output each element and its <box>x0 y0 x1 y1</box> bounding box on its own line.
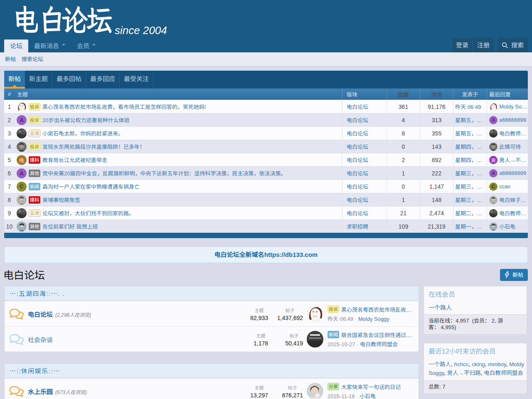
svg-text:since 2004: since 2004 <box>115 24 167 37</box>
